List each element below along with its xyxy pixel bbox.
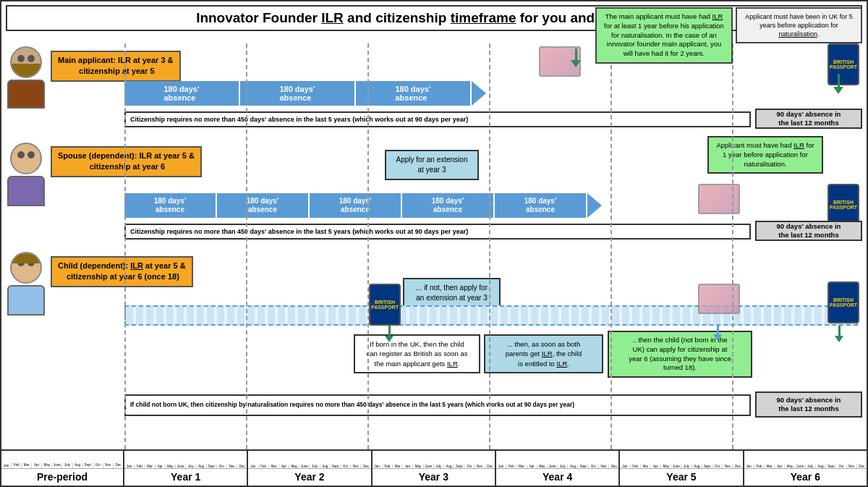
arrow-child-born bbox=[385, 326, 393, 342]
vline-y1 bbox=[246, 43, 247, 449]
timeline-main: 180 days'absence 180 days'absence 180 da… bbox=[124, 81, 858, 106]
page-title: Innovator Founder ILR and citizenship ti… bbox=[6, 5, 862, 31]
period-year6-label: Year 6 bbox=[791, 469, 820, 483]
period-pre-label: Pre-period bbox=[37, 469, 88, 483]
period-year4: Jan Feb Mar Apr May June July Aug Sept O… bbox=[496, 451, 620, 486]
period-year2-label: Year 2 bbox=[294, 469, 324, 483]
citizenship-bar-main: Citizenship requires no more than 450 da… bbox=[124, 111, 751, 127]
arrow-child-passport bbox=[835, 326, 843, 342]
top-note-green: The main applicant must have had ILR for… bbox=[595, 7, 733, 64]
top-note-grey: Applicant must have been in UK for 5 yea… bbox=[736, 7, 862, 43]
main-container: Innovator Founder ILR and citizenship ti… bbox=[0, 0, 868, 487]
vline-y2 bbox=[367, 43, 369, 449]
passport-spouse-year6: BRITISHPASSPORT bbox=[827, 184, 859, 226]
period-year3: Jan Feb Mar Apr May June July Aug Sept O… bbox=[373, 451, 496, 486]
arrow-child-ilr bbox=[713, 324, 722, 341]
passport-main-year5: BRITISHPASSPORT bbox=[827, 43, 859, 85]
bottom-timeline: Jan Feb Mar Apr May June July Aug Sept O… bbox=[1, 449, 867, 486]
callout-spouse-extension: Apply for an extensionat year 3 bbox=[385, 150, 479, 180]
period-year4-label: Year 4 bbox=[542, 469, 572, 483]
person-main bbox=[7, 46, 45, 109]
period-year2: Jan Feb Mar Apr May June July Aug Sept O… bbox=[248, 451, 372, 486]
callout-child-citizenship: .. then the child (not born in theUK) ca… bbox=[608, 331, 752, 378]
label-spouse: Spouse (dependent): ILR at year 5 & citi… bbox=[51, 146, 202, 177]
period-year6: Jan Feb Mar Apr May June July Aug Sept O… bbox=[744, 451, 867, 486]
vline-y4 bbox=[610, 43, 612, 449]
label-main-applicant: Main applicant: ILR at year 3 & citizens… bbox=[51, 51, 181, 82]
citizenship-bar-spouse: Citizenship requires no more than 450 da… bbox=[124, 224, 751, 240]
absence-box-spouse: 90 days' absence inthe last 12 months bbox=[755, 221, 862, 241]
id-card-child bbox=[698, 284, 740, 314]
citizenship-bar-child: If child not born UK, then citizenship b… bbox=[124, 394, 751, 416]
arrow-main-ilr-down bbox=[571, 48, 581, 67]
callout-child-if-not: ... if not, then apply foran extension a… bbox=[403, 278, 501, 308]
absence-box-child: 90 days' absence inthe last 12 months bbox=[755, 391, 862, 418]
timeline-spouse: 180 days'absence 180 days'absence 180 da… bbox=[124, 193, 858, 218]
vline-y3 bbox=[489, 43, 490, 449]
id-card-spouse bbox=[698, 184, 740, 214]
absence-box-main: 90 days' absence inthe last 12 months bbox=[755, 109, 862, 129]
callout-naturalisation-spouse: Applicant must have had ILR for 1 year b… bbox=[707, 136, 823, 174]
period-year1: Jan Feb Mar Apr May June July Aug Sept O… bbox=[124, 451, 248, 486]
period-year3-label: Year 3 bbox=[419, 469, 448, 483]
passport-child-year6: BRITISHPASSPORT bbox=[827, 281, 859, 323]
period-pre: Jan Feb Mar Apr May June July Aug Sept O… bbox=[1, 451, 124, 486]
person-spouse bbox=[7, 143, 45, 206]
period-year1-label: Year 1 bbox=[171, 469, 200, 483]
period-year5: Jan Feb Mar Apr May June July Aug Sept O… bbox=[620, 451, 744, 486]
vline-pre bbox=[124, 43, 126, 449]
vline-y5 bbox=[732, 43, 733, 449]
label-child: Child (dependent): ILR at year 5 & citiz… bbox=[51, 256, 193, 287]
person-child bbox=[7, 252, 45, 316]
period-year5-label: Year 5 bbox=[666, 469, 696, 483]
timeline-child bbox=[124, 305, 858, 326]
callout-child-born-uk: If born in the UK, then the childcan reg… bbox=[354, 334, 480, 373]
passport-child-year3: BRITISHPASSPORT bbox=[369, 284, 401, 326]
arrow-main-passport bbox=[833, 74, 843, 94]
callout-child-parents-ilr: ... then, as soon as bothparents get ILR… bbox=[484, 334, 603, 373]
